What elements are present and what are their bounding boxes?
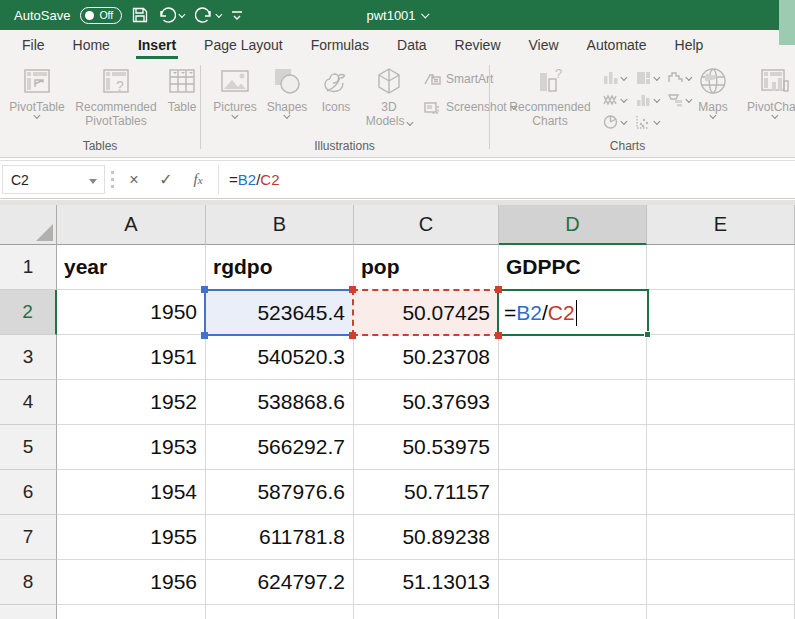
- cell-E1[interactable]: [647, 245, 795, 290]
- pie-chart-button[interactable]: [602, 114, 627, 130]
- cell-E8[interactable]: [647, 560, 795, 605]
- cell-D5[interactable]: [499, 425, 647, 470]
- hierarchy-chart-button[interactable]: [635, 70, 660, 86]
- tab-file[interactable]: File: [8, 30, 59, 59]
- pivotchart-button[interactable]: PivotChart: [740, 65, 795, 119]
- cell-A3[interactable]: 1951: [57, 335, 206, 380]
- row-header-3[interactable]: 3: [0, 335, 57, 380]
- name-box-dropdown-icon[interactable]: [89, 179, 97, 184]
- autosave-toggle[interactable]: Off: [80, 7, 122, 24]
- cell-A1[interactable]: year: [57, 245, 206, 290]
- cell-A4[interactable]: 1952: [57, 380, 206, 425]
- undo-button[interactable]: [158, 7, 185, 23]
- cell-A8[interactable]: 1956: [57, 560, 206, 605]
- cell-C2-reference-highlight[interactable]: 50.07425: [352, 289, 500, 336]
- redo-button[interactable]: [195, 7, 222, 23]
- cell-B1[interactable]: rgdpo: [206, 245, 354, 290]
- cell-E7[interactable]: [647, 515, 795, 560]
- row-header-1[interactable]: 1: [0, 245, 57, 290]
- row-header-4[interactable]: 4: [0, 380, 57, 425]
- column-header-E[interactable]: E: [647, 205, 795, 245]
- cell-D2-edit-box[interactable]: =B2/C2: [497, 289, 649, 336]
- cell-A5[interactable]: 1953: [57, 425, 206, 470]
- waterfall-chart-button[interactable]: [667, 70, 692, 86]
- cancel-button[interactable]: ×: [120, 166, 148, 194]
- smartart-button[interactable]: SmartArt: [423, 71, 493, 87]
- pictures-button[interactable]: Pictures: [209, 65, 261, 119]
- column-header-B[interactable]: B: [206, 205, 354, 245]
- cell-B3[interactable]: 540520.3: [206, 335, 354, 380]
- cell-E3[interactable]: [647, 335, 795, 380]
- cell-B6[interactable]: 587976.6: [206, 470, 354, 515]
- formula-input[interactable]: =B2/C2: [221, 161, 279, 198]
- row-header-9[interactable]: [0, 605, 57, 619]
- cell-A6[interactable]: 1954: [57, 470, 206, 515]
- table-button[interactable]: Table: [164, 65, 200, 114]
- cell-C4[interactable]: 50.37693: [354, 380, 499, 425]
- row-header-8[interactable]: 8: [0, 560, 57, 605]
- account-avatar[interactable]: [779, 0, 795, 45]
- funnel-chart-button[interactable]: [667, 92, 692, 108]
- cell-C3[interactable]: 50.23708: [354, 335, 499, 380]
- redo-dropdown-icon[interactable]: [215, 11, 221, 17]
- save-icon[interactable]: [132, 7, 148, 23]
- recommended-charts-button[interactable]: ? RecommendedCharts: [504, 65, 596, 128]
- cell-E5[interactable]: [647, 425, 795, 470]
- tab-data[interactable]: Data: [383, 30, 441, 59]
- cell-E4[interactable]: [647, 380, 795, 425]
- cell-D7[interactable]: [499, 515, 647, 560]
- tab-page-layout[interactable]: Page Layout: [190, 30, 297, 59]
- column-chart-button[interactable]: [602, 70, 627, 86]
- row-header-7[interactable]: 7: [0, 515, 57, 560]
- cell-B7[interactable]: 611781.8: [206, 515, 354, 560]
- row-header-5[interactable]: 5: [0, 425, 57, 470]
- enter-button[interactable]: ✓: [152, 166, 180, 194]
- maps-button[interactable]: Maps: [690, 65, 736, 119]
- tab-automate[interactable]: Automate: [573, 30, 661, 59]
- cell-D3[interactable]: [499, 335, 647, 380]
- row-header-6[interactable]: 6: [0, 470, 57, 515]
- cell-A2[interactable]: 1950: [57, 290, 206, 335]
- cell-B8[interactable]: 624797.2: [206, 560, 354, 605]
- insert-function-button[interactable]: fx: [184, 166, 212, 194]
- tab-review[interactable]: Review: [441, 30, 515, 59]
- undo-dropdown-icon[interactable]: [179, 11, 185, 17]
- scatter-chart-button[interactable]: [635, 114, 660, 130]
- cell-B5[interactable]: 566292.7: [206, 425, 354, 470]
- tab-insert[interactable]: Insert: [124, 30, 190, 59]
- column-header-A[interactable]: A: [57, 205, 206, 245]
- line-chart-button[interactable]: [602, 92, 627, 108]
- row-header-2[interactable]: 2: [0, 290, 57, 335]
- 3d-models-button[interactable]: 3DModels: [359, 65, 419, 128]
- cell-D8[interactable]: [499, 560, 647, 605]
- 3d-models-dropdown-icon[interactable]: [406, 119, 412, 125]
- d2-fill-handle[interactable]: [644, 331, 651, 338]
- cell-D1[interactable]: GDPPC: [499, 245, 647, 290]
- cell-C1[interactable]: pop: [354, 245, 499, 290]
- cell-C8[interactable]: 51.13013: [354, 560, 499, 605]
- cell-B4[interactable]: 538868.6: [206, 380, 354, 425]
- cell-D6[interactable]: [499, 470, 647, 515]
- customize-qat-icon[interactable]: [231, 9, 243, 21]
- column-header-D[interactable]: D: [499, 205, 647, 245]
- column-header-C[interactable]: C: [354, 205, 499, 245]
- cell-C5[interactable]: 50.53975: [354, 425, 499, 470]
- tab-view[interactable]: View: [515, 30, 573, 59]
- icons-button[interactable]: Icons: [313, 65, 359, 114]
- cell-B2-reference-highlight[interactable]: 523645.4: [204, 289, 355, 336]
- cell-E6[interactable]: [647, 470, 795, 515]
- recommended-pivottables-button[interactable]: ? Recommended PivotTables: [68, 65, 164, 128]
- cell-C7[interactable]: 50.89238: [354, 515, 499, 560]
- tab-help[interactable]: Help: [661, 30, 718, 59]
- cell-A7[interactable]: 1955: [57, 515, 206, 560]
- pivottable-button[interactable]: PivotTable: [6, 65, 68, 119]
- cell-E2[interactable]: [647, 290, 795, 335]
- histogram-chart-button[interactable]: [635, 92, 660, 108]
- tab-home[interactable]: Home: [59, 30, 124, 59]
- name-box[interactable]: C2: [2, 165, 105, 194]
- tab-formulas[interactable]: Formulas: [297, 30, 383, 59]
- shapes-button[interactable]: Shapes: [261, 65, 313, 119]
- cell-C6[interactable]: 50.71157: [354, 470, 499, 515]
- select-all-button[interactable]: [0, 205, 57, 245]
- cell-D4[interactable]: [499, 380, 647, 425]
